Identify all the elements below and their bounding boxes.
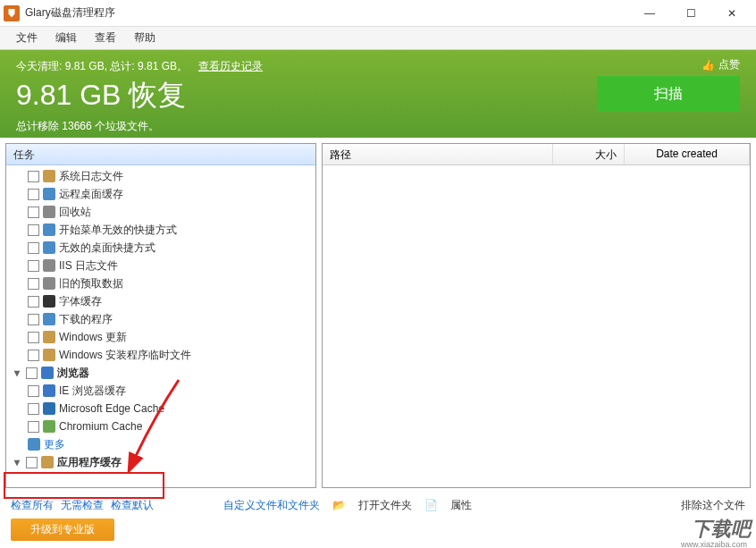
menubar: 文件 编辑 查看 帮助 <box>0 27 756 50</box>
tree-item[interactable]: Microsoft Edge Cache <box>6 400 315 417</box>
tree-item[interactable]: 字体缓存 <box>6 292 315 310</box>
tree-group[interactable]: ▾浏览器 <box>6 364 315 382</box>
window-controls: — ☐ ✕ <box>629 0 752 27</box>
checkbox[interactable] <box>28 260 39 272</box>
tree-item[interactable]: 旧的预取数据 <box>6 274 315 292</box>
custom-files-link[interactable]: 自定义文件和文件夹 <box>223 498 320 513</box>
files-list-header: 路径 大小 Date created <box>323 144 750 165</box>
tree-item[interactable]: 远程桌面缓存 <box>6 185 315 203</box>
exclude-file-link[interactable]: 排除这个文件 <box>681 498 745 513</box>
tasks-panel: 任务 系统日志文件远程桌面缓存回收站开始菜单无效的快捷方式无效的桌面快捷方式II… <box>5 143 316 488</box>
tree-label: 字体缓存 <box>59 294 102 309</box>
tree-label: IIS 日志文件 <box>59 258 118 274</box>
tree-label: 应用程序缓存 <box>57 455 122 470</box>
like-button[interactable]: 👍 点赞 <box>701 57 740 72</box>
check-default-link[interactable]: 检查默认 <box>111 498 154 513</box>
content-area: 任务 系统日志文件远程桌面缓存回收站开始菜单无效的快捷方式无效的桌面快捷方式II… <box>0 138 756 493</box>
tree-label: IE 浏览器缓存 <box>59 384 126 399</box>
tree-item[interactable]: Chromium Cache <box>6 417 315 435</box>
scan-button[interactable]: 扫描 <box>597 76 740 112</box>
item-icon <box>43 420 55 433</box>
titlebar: Glary磁盘清理程序 — ☐ ✕ <box>0 0 756 27</box>
item-icon <box>43 259 55 272</box>
history-link[interactable]: 查看历史记录 <box>198 59 263 74</box>
checkbox[interactable] <box>26 367 38 379</box>
tasks-tree[interactable]: 系统日志文件远程桌面缓存回收站开始菜单无效的快捷方式无效的桌面快捷方式IIS 日… <box>6 165 315 487</box>
close-button[interactable]: ✕ <box>711 0 752 27</box>
properties-link[interactable]: 属性 <box>450 498 472 513</box>
check-links: 检查所有 无需检查 检查默认 <box>11 498 154 513</box>
checkbox[interactable] <box>28 207 39 218</box>
checkbox[interactable] <box>28 189 39 200</box>
checkbox[interactable] <box>28 171 39 182</box>
checkbox[interactable] <box>28 296 39 308</box>
checkbox[interactable] <box>26 457 38 468</box>
files-list-body <box>323 165 750 487</box>
collapse-icon: ▾ <box>12 367 22 379</box>
tree-label: 开始菜单无效的快捷方式 <box>59 223 177 238</box>
group-icon <box>41 367 54 379</box>
tree-label: 远程桌面缓存 <box>59 187 123 202</box>
banner-stats: 今天清理: 9.81 GB, 总计: 9.81 GB。 查看历史记录 <box>16 59 740 74</box>
properties-icon: 📄 <box>424 499 438 511</box>
checkbox[interactable] <box>28 278 39 290</box>
watermark: 下载吧 <box>692 516 751 543</box>
tree-item[interactable]: IIS 日志文件 <box>6 257 315 274</box>
checkbox[interactable] <box>28 350 39 361</box>
tree-item[interactable]: IE 浏览器缓存 <box>6 382 315 400</box>
group-icon <box>41 456 54 468</box>
item-icon <box>43 206 55 218</box>
item-icon <box>43 223 55 236</box>
tree-label: Chromium Cache <box>59 420 142 433</box>
header-banner: 今天清理: 9.81 GB, 总计: 9.81 GB。 查看历史记录 9.81 … <box>0 50 756 138</box>
tree-item[interactable]: 系统日志文件 <box>6 167 315 185</box>
check-none-link[interactable]: 无需检查 <box>61 498 104 513</box>
removed-count: 总计移除 13666 个垃圾文件。 <box>16 119 740 134</box>
upgrade-button[interactable]: 升级到专业版 <box>11 518 114 541</box>
checkbox[interactable] <box>28 421 39 433</box>
checkbox[interactable] <box>28 332 39 343</box>
minimize-button[interactable]: — <box>629 0 670 27</box>
checkbox[interactable] <box>28 403 39 415</box>
item-icon <box>43 313 55 325</box>
col-size[interactable]: 大小 <box>553 144 625 164</box>
menu-help[interactable]: 帮助 <box>125 28 164 48</box>
tree-item[interactable]: 更多 <box>6 435 315 453</box>
tree-item[interactable]: 下载的程序 <box>6 310 315 328</box>
files-panel: 路径 大小 Date created <box>322 143 751 488</box>
item-icon <box>43 349 55 361</box>
tree-item[interactable]: 无效的桌面快捷方式 <box>6 239 315 257</box>
tree-label: 系统日志文件 <box>59 169 123 184</box>
checkbox[interactable] <box>28 224 39 236</box>
like-label: 点赞 <box>718 57 740 72</box>
menu-file[interactable]: 文件 <box>7 28 46 48</box>
tree-item[interactable]: Windows 安装程序临时文件 <box>6 346 315 364</box>
more-link[interactable]: 更多 <box>44 437 65 452</box>
today-cleaned-label: 今天清理: 9.81 GB, 总计: 9.81 GB。 <box>16 59 188 74</box>
checkbox[interactable] <box>28 314 39 325</box>
col-date[interactable]: Date created <box>625 144 750 164</box>
item-icon <box>43 331 55 343</box>
tree-item[interactable]: Windows 更新 <box>6 328 315 346</box>
checkbox[interactable] <box>28 242 39 254</box>
menu-view[interactable]: 查看 <box>86 28 125 48</box>
check-all-link[interactable]: 检查所有 <box>11 498 54 513</box>
window-title: Glary磁盘清理程序 <box>25 5 629 21</box>
item-icon <box>43 402 55 415</box>
folder-open-icon: 📂 <box>332 499 346 511</box>
tree-label: 下载的程序 <box>59 312 113 327</box>
open-folder-link[interactable]: 打开文件夹 <box>358 498 412 513</box>
tree-group[interactable]: ▾应用程序缓存 <box>6 453 315 471</box>
app-icon <box>4 5 20 21</box>
tree-item[interactable]: 开始菜单无效的快捷方式 <box>6 221 315 239</box>
tree-item[interactable]: 回收站 <box>6 203 315 221</box>
checkbox[interactable] <box>28 385 39 397</box>
menu-edit[interactable]: 编辑 <box>46 28 86 48</box>
tasks-header: 任务 <box>6 144 315 165</box>
tree-label: 浏览器 <box>57 366 89 381</box>
tree-label: Windows 安装程序临时文件 <box>59 348 191 363</box>
thumbs-up-icon: 👍 <box>701 59 715 72</box>
maximize-button[interactable]: ☐ <box>670 0 711 27</box>
col-path[interactable]: 路径 <box>323 144 553 164</box>
item-icon <box>43 295 55 308</box>
